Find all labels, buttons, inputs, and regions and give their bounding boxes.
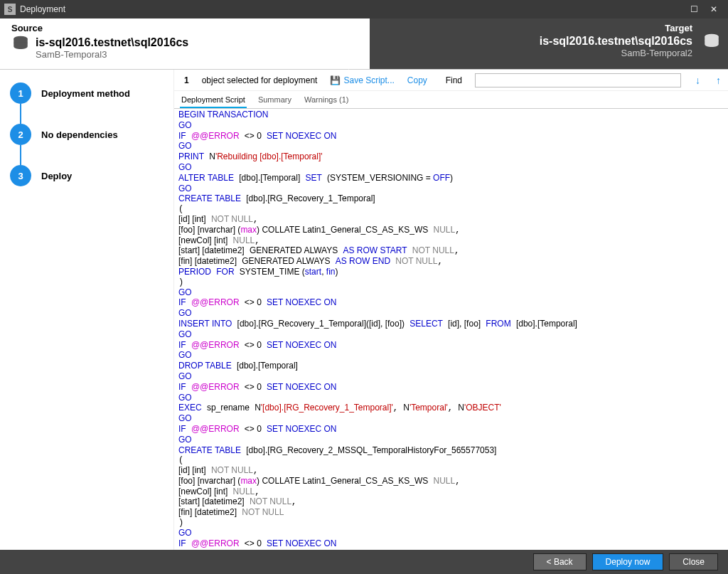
step-deployment-method[interactable]: 1 Deployment method [10,83,173,104]
target-label: Target [381,23,692,33]
main: 1 object selected for deployment 💾 Save … [174,70,728,550]
save-script-link[interactable]: 💾 Save Script... [330,75,394,85]
source-label: Source [11,23,358,33]
app-icon: S [4,4,16,15]
footer: < Back Deploy now Close [0,550,728,574]
deploy-now-button[interactable]: Deploy now [592,553,664,570]
database-icon [702,33,721,51]
source-server: is-sql2016.testnet\sql2016cs [36,36,188,49]
sql-script: BEGIN TRANSACTION GO IF @@ERROR <> 0 SET… [174,109,728,550]
copy-link[interactable]: Copy [407,75,427,85]
step-number: 1 [10,83,31,104]
window-title: Deployment [20,4,684,14]
tab-warnings[interactable]: Warnings (1) [303,94,350,108]
object-count: 1 [184,75,189,85]
step-label: Deploy [41,171,72,181]
find-next-down-icon[interactable]: ↓ [694,75,702,86]
save-script-label: Save Script... [343,75,394,85]
find-next-up-icon[interactable]: ↑ [714,75,722,86]
step-number: 3 [10,165,31,186]
close-window-button[interactable]: ✕ [704,2,724,16]
save-icon: 💾 [330,75,341,85]
maximize-button[interactable]: ☐ [684,2,704,16]
step-number: 2 [10,124,31,145]
source-panel: Source is-sql2016.testnet\sql2016cs SamB… [0,18,370,69]
find-input[interactable] [475,73,681,87]
source-database: SamB-Temporal3 [36,49,188,60]
object-count-label: object selected for deployment [202,75,318,85]
step-deploy[interactable]: 3 Deploy [10,165,173,186]
step-no-dependencies[interactable]: 2 No dependencies [10,124,173,145]
target-panel: Target is-sql2016.testnet\sql2016cs SamB… [370,18,728,69]
back-button[interactable]: < Back [533,553,587,570]
tabs: Deployment Script Summary Warnings (1) [174,91,728,109]
body: 1 Deployment method 2 No dependencies 3 … [0,70,728,550]
close-button[interactable]: Close [669,553,718,570]
database-icon [11,35,30,53]
tab-deployment-script[interactable]: Deployment Script [180,94,247,108]
stepper: 1 Deployment method 2 No dependencies 3 … [0,70,174,550]
find-label: Find [446,75,462,85]
toolbar: 1 object selected for deployment 💾 Save … [174,70,728,91]
tab-summary[interactable]: Summary [257,94,293,108]
target-database: SamB-Temporal2 [381,48,692,58]
script-viewer[interactable]: BEGIN TRANSACTION GO IF @@ERROR <> 0 SET… [174,109,728,550]
source-target-header: Source is-sql2016.testnet\sql2016cs SamB… [0,18,728,70]
step-label: Deployment method [41,88,130,99]
step-label: No dependencies [41,129,118,140]
target-server: is-sql2016.testnet\sql2016cs [381,35,692,48]
titlebar: S Deployment ☐ ✕ [0,0,728,18]
